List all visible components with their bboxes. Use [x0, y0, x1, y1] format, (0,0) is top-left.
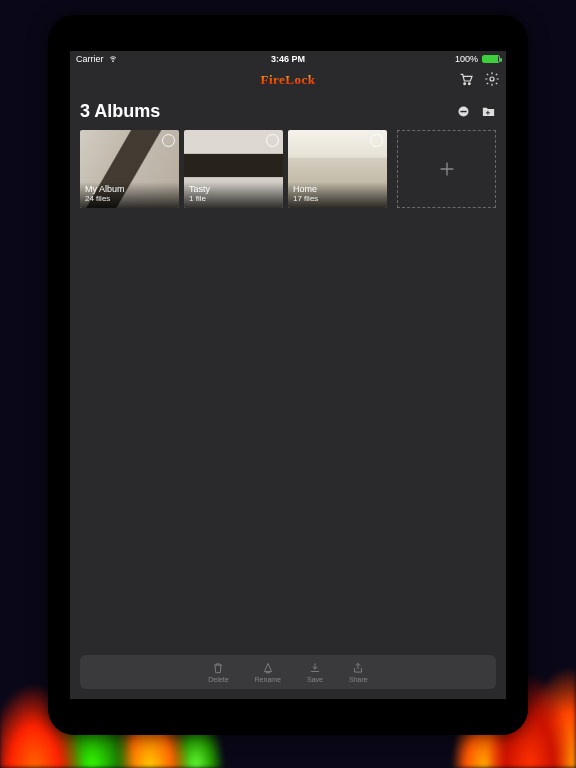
- svg-point-1: [464, 83, 466, 85]
- album-file-count: 24 files: [85, 195, 174, 204]
- tablet-frame: Carrier 3:46 PM 100% FireLock: [48, 15, 528, 735]
- selection-circle-icon[interactable]: [162, 134, 175, 147]
- cart-icon[interactable]: [458, 71, 474, 87]
- add-folder-icon[interactable]: [481, 104, 496, 119]
- toolbar-label: Delete: [208, 676, 228, 683]
- download-icon: [308, 661, 322, 675]
- toolbar-label: Rename: [255, 676, 281, 683]
- status-bar: Carrier 3:46 PM 100%: [70, 51, 506, 67]
- screen: Carrier 3:46 PM 100% FireLock: [70, 51, 506, 699]
- selection-circle-icon[interactable]: [266, 134, 279, 147]
- album-file-count: 1 file: [189, 195, 278, 204]
- trash-icon: [211, 661, 225, 675]
- album-grid: My Album 24 files Tasty 1 file Home 17 f…: [70, 126, 506, 212]
- gear-icon[interactable]: [484, 71, 500, 87]
- album-item[interactable]: My Album 24 files: [80, 130, 179, 208]
- rename-button[interactable]: Rename: [255, 661, 281, 683]
- svg-point-2: [468, 83, 470, 85]
- album-file-count: 17 files: [293, 195, 382, 204]
- share-icon: [351, 661, 365, 675]
- app-title: FireLock: [260, 72, 315, 88]
- album-item[interactable]: Tasty 1 file: [184, 130, 283, 208]
- add-album-button[interactable]: [397, 130, 496, 208]
- remove-icon[interactable]: [456, 104, 471, 119]
- bottom-toolbar: Delete Rename Save Share: [80, 655, 496, 689]
- selection-circle-icon[interactable]: [370, 134, 383, 147]
- rename-icon: [261, 661, 275, 675]
- share-button[interactable]: Share: [349, 661, 368, 683]
- nav-bar: FireLock: [70, 67, 506, 93]
- svg-point-3: [490, 77, 494, 81]
- album-item[interactable]: Home 17 files: [288, 130, 387, 208]
- delete-button[interactable]: Delete: [208, 661, 228, 683]
- svg-rect-7: [486, 112, 490, 113]
- clock-label: 3:46 PM: [70, 54, 506, 64]
- svg-rect-5: [460, 111, 466, 112]
- toolbar-label: Share: [349, 676, 368, 683]
- battery-icon: [482, 55, 500, 63]
- plus-icon: [436, 158, 458, 180]
- header-row: 3 Albums: [70, 93, 506, 126]
- toolbar-label: Save: [307, 676, 323, 683]
- save-button[interactable]: Save: [307, 661, 323, 683]
- page-title: 3 Albums: [80, 101, 160, 122]
